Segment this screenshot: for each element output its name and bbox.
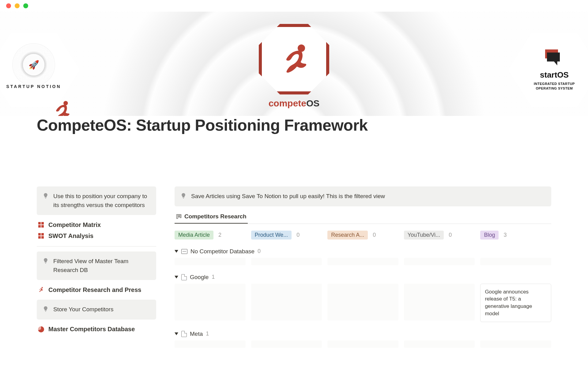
main-content: Save Articles using Save To Notion to pu… [175, 186, 551, 348]
sidebar: Use this to position your company to its… [37, 186, 156, 348]
lightbulb-icon [42, 305, 49, 314]
runner-icon [37, 286, 45, 293]
board-column[interactable]: YouTube/Vi...0 [404, 231, 475, 240]
nav-master-competitors-db[interactable]: Master Competitors Database [37, 324, 156, 335]
startos-icon [545, 49, 564, 68]
group-header[interactable]: No Competitor Database0 [175, 248, 551, 255]
nav-competitor-matrix[interactable]: Competitor Matrix [37, 219, 156, 230]
group-header[interactable]: Google1 [175, 274, 551, 281]
svg-point-2 [42, 287, 43, 288]
board-columns: Media Article2Product We...0Research A..… [175, 231, 551, 240]
empty-slot [327, 340, 398, 348]
empty-slot [175, 284, 246, 320]
callout-filtered-view: Filtered View of Master Team Research DB [37, 251, 156, 280]
collapse-toggle-icon[interactable] [175, 250, 178, 253]
empty-slot [480, 340, 551, 348]
column-count: 3 [503, 232, 507, 238]
collapse-toggle-icon[interactable] [175, 276, 178, 278]
minimize-window-button[interactable] [15, 3, 20, 8]
cover-image: 🚀 STARTUP NOTION competeOS startOS INTEG… [0, 12, 588, 116]
column-tag: YouTube/Vi... [404, 231, 444, 240]
board-group: Google1Google announces release of T5: a… [175, 274, 551, 322]
column-tag: Blog [480, 231, 499, 240]
maximize-window-button[interactable] [23, 3, 28, 8]
board-column[interactable]: Research A...0 [327, 231, 398, 240]
empty-slot [251, 258, 322, 265]
page-icon [181, 274, 187, 280]
board-column[interactable]: Product We...0 [251, 231, 322, 240]
group-count: 0 [258, 248, 261, 255]
svg-rect-4 [178, 214, 179, 217]
column-count: 2 [218, 232, 221, 238]
pie-chart-icon [38, 326, 44, 332]
nav-swot-analysis[interactable]: SWOT Analysis [37, 230, 156, 241]
column-tag: Research A... [327, 231, 368, 240]
column-count: 0 [373, 232, 376, 238]
group-header[interactable]: Meta1 [175, 331, 551, 337]
page-title: CompeteOS: Startup Positioning Framework [37, 116, 551, 134]
group-count: 1 [212, 274, 215, 280]
callout-text: Use this to position your company to its… [53, 192, 151, 209]
svg-rect-5 [180, 214, 181, 218]
window-titlebar [0, 0, 588, 12]
inbox-icon [181, 249, 187, 254]
database-view-tabs: Competitors Research [175, 211, 551, 224]
tab-competitors-research[interactable]: Competitors Research [175, 211, 248, 224]
page-icon[interactable]: competeOS [43, 99, 80, 116]
empty-slot [175, 258, 246, 265]
empty-slot [251, 340, 322, 348]
lightbulb-icon [180, 192, 187, 201]
callout-save-articles: Save Articles using Save To Notion to pu… [175, 186, 551, 206]
runner-icon [276, 41, 312, 78]
empty-slot [175, 340, 246, 348]
close-window-button[interactable] [6, 3, 11, 8]
empty-slot [327, 258, 398, 265]
board-icon [176, 213, 182, 220]
empty-slot [327, 284, 398, 320]
empty-slot [404, 258, 475, 265]
center-logo: competeOS [259, 24, 329, 109]
board-column[interactable]: Media Article2 [175, 231, 246, 240]
board-card[interactable]: Google announces release of T5: a genera… [480, 284, 551, 322]
column-count: 0 [296, 232, 300, 238]
group-count: 1 [206, 331, 209, 337]
group-label: No Competitor Database [190, 248, 254, 255]
empty-slot [404, 284, 475, 320]
column-tag: Product We... [251, 231, 292, 240]
callout-positioning: Use this to position your company to its… [37, 186, 156, 215]
empty-slot [480, 258, 551, 265]
board-group: Meta1 [175, 331, 551, 348]
grid-icon [38, 222, 44, 228]
group-label: Google [190, 274, 209, 281]
column-tag: Media Article [175, 231, 213, 240]
board-group: No Competitor Database0 [175, 248, 551, 265]
board-column[interactable]: Blog3 [480, 231, 551, 240]
nav-competitor-research-press[interactable]: Competitor Research and Press [37, 284, 156, 295]
svg-rect-3 [177, 214, 178, 218]
grid-icon [38, 233, 44, 239]
lightbulb-icon [42, 257, 49, 274]
empty-slot [404, 340, 475, 348]
svg-point-1 [63, 101, 68, 105]
collapse-toggle-icon[interactable] [175, 332, 178, 335]
lightbulb-icon [42, 192, 49, 209]
badge-right-brand: startOS [540, 70, 569, 80]
rocket-icon: 🚀 [28, 60, 39, 70]
callout-store-competitors: Store Your Competitors [37, 300, 156, 320]
empty-slot [251, 284, 322, 320]
group-label: Meta [190, 331, 203, 337]
column-count: 0 [449, 232, 452, 238]
page-icon [181, 331, 187, 337]
